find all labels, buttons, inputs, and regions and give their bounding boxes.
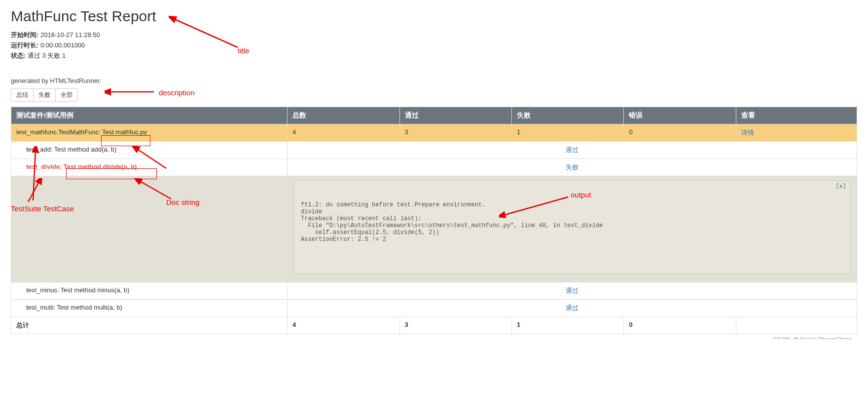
header-view: 查看 (736, 107, 857, 124)
start-time-value: 2016-10-27 11:28:50 (40, 31, 100, 39)
suite-total: 4 (288, 124, 399, 142)
all-button[interactable]: 全部 (56, 89, 77, 101)
suite-name: test_mathfunc.TestMathFunc: Test mathfuc… (11, 124, 288, 142)
footer-error: 0 (624, 317, 736, 334)
suite-row: test_mathfunc.TestMathFunc: Test mathfuc… (11, 124, 857, 142)
case-row-multi: test_multi: Test method multi(a, b) 通过 (11, 300, 857, 317)
watermark: CSDN @JackieZhengChina (773, 336, 852, 339)
case-minus-name: test_minus: Test method minus(a, b) (11, 282, 288, 300)
case-multi-status[interactable]: 通过 (566, 304, 579, 312)
suite-fail: 1 (511, 124, 623, 142)
case-row-add: test_add: Test method add(a, b) 通过 (11, 142, 857, 159)
status-label: 状态: (11, 52, 26, 59)
duration-label: 运行时长: (11, 41, 38, 49)
annotation-description: description (159, 88, 195, 97)
case-divide-status[interactable]: 失败 (566, 163, 579, 171)
suite-detail-link[interactable]: 详情 (741, 129, 754, 136)
duration-value: 0:00:00.001000 (40, 41, 85, 49)
status-value: 通过 3 失败 1 (28, 52, 66, 59)
header-fail: 失败 (511, 107, 623, 124)
case-row-minus: test_minus: Test method minus(a, b) 通过 (11, 282, 857, 300)
filter-button-group: 总结 失败 全部 (11, 88, 78, 102)
footer-total: 4 (288, 317, 399, 334)
footer-fail: 1 (511, 317, 623, 334)
fail-button[interactable]: 失败 (34, 89, 56, 101)
summary-button[interactable]: 总结 (11, 89, 34, 101)
output-box: [x] ft1.2: do something before test.Prep… (293, 180, 851, 274)
case-minus-status[interactable]: 通过 (566, 287, 579, 294)
header-total: 总数 (288, 107, 399, 124)
header-pass: 通过 (399, 107, 511, 124)
case-row-divide: test_divide: Test method divide(a, b) 失败 (11, 159, 857, 176)
page-title: MathFunc Test Report (11, 8, 857, 25)
case-multi-name: test_multi: Test method multi(a, b) (11, 300, 288, 317)
footer-row: 总计 4 3 1 0 (11, 317, 857, 334)
results-table: 测试套件/测试用例 总数 通过 失败 错误 查看 test_mathfunc.T… (11, 107, 857, 334)
footer-pass: 3 (399, 317, 511, 334)
duration-line: 运行时长: 0:00:00.001000 (11, 41, 857, 50)
arrow-icon (105, 84, 164, 99)
start-time-line: 开始时间: 2016-10-27 11:28:50 (11, 31, 857, 39)
output-text: ft1.2: do something before test.Prepare … (301, 201, 843, 243)
close-output-link[interactable]: [x] (835, 183, 846, 190)
header-suite: 测试套件/测试用例 (11, 107, 288, 124)
case-add-name: test_add: Test method add(a, b) (11, 142, 288, 159)
status-line: 状态: 通过 3 失败 1 (11, 51, 857, 60)
suite-error: 0 (624, 124, 736, 142)
case-add-status[interactable]: 通过 (566, 146, 579, 154)
footer-label: 总计 (11, 317, 288, 334)
start-time-label: 开始时间: (11, 31, 38, 39)
suite-pass: 3 (399, 124, 511, 142)
header-error: 错误 (624, 107, 736, 124)
output-row: [x] ft1.2: do something before test.Prep… (11, 176, 857, 282)
table-header-row: 测试套件/测试用例 总数 通过 失败 错误 查看 (11, 107, 857, 124)
description-text: generated by HTMLTestRunner. (11, 77, 857, 84)
case-divide-name: test_divide: Test method divide(a, b) (11, 159, 288, 176)
